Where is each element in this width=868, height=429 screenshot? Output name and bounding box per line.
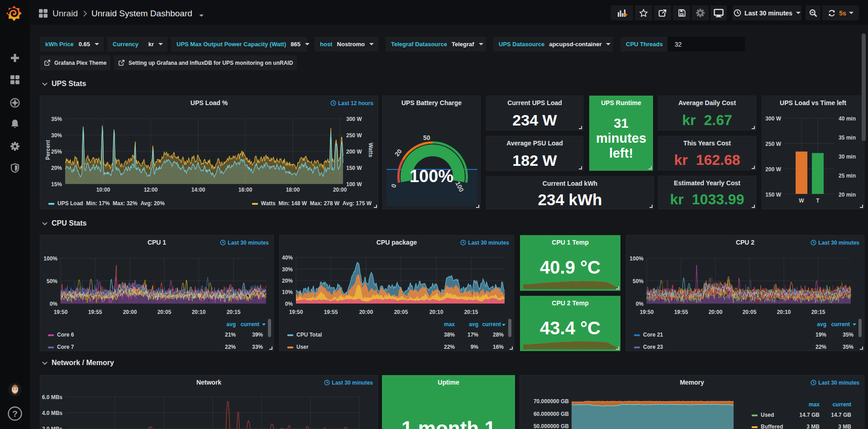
svg-text:?: ?	[12, 409, 18, 419]
